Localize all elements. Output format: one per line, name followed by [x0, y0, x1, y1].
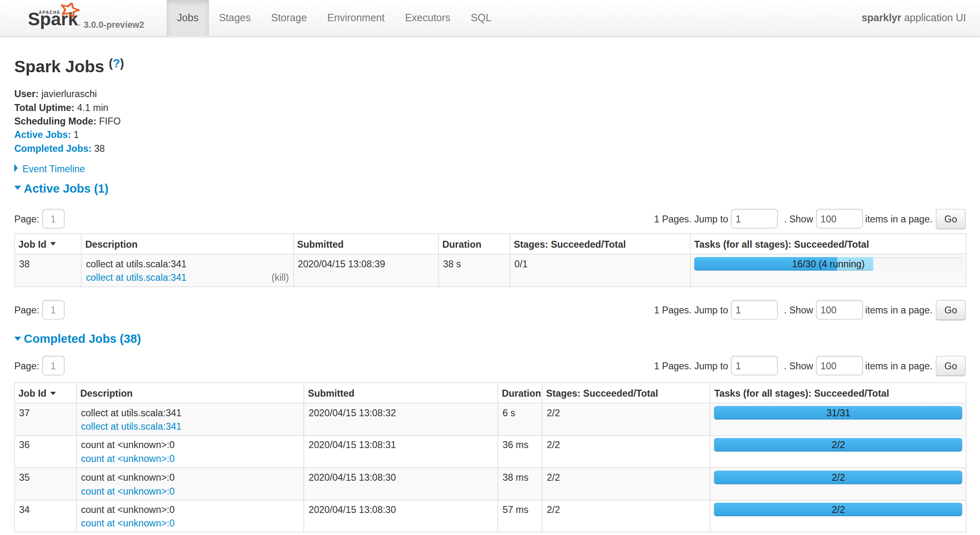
svg-text:™: ™	[78, 24, 80, 27]
svg-text:Spark: Spark	[29, 9, 78, 29]
